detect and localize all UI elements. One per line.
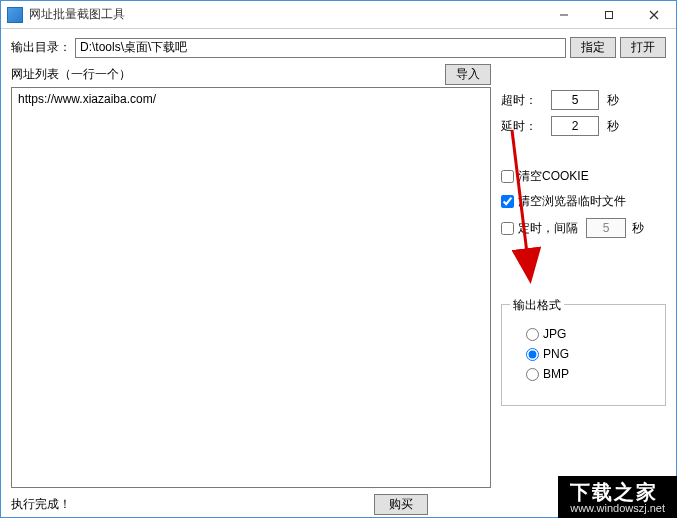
watermark-url: www.windowszj.net [570,502,665,514]
timeout-unit: 秒 [607,92,619,109]
timeout-input[interactable] [551,90,599,110]
minimize-icon [559,10,569,20]
timer-checkbox[interactable] [501,222,514,235]
delay-input[interactable] [551,116,599,136]
delay-row: 延时： 秒 [501,116,666,136]
delay-unit: 秒 [607,118,619,135]
clear-cookie-row: 清空COOKIE [501,168,666,185]
delay-label: 延时： [501,118,545,135]
format-bmp-label[interactable]: BMP [543,367,569,381]
maximize-icon [604,10,614,20]
app-icon [7,7,23,23]
main-row: 网址列表（一行一个） 导入 超时： 秒 延时： 秒 [11,64,666,488]
output-format-legend: 输出格式 [510,297,564,314]
format-png-label[interactable]: PNG [543,347,569,361]
status-text: 执行完成！ [11,496,550,513]
close-button[interactable] [631,1,676,28]
format-jpg-row: JPG [526,327,653,341]
minimize-button[interactable] [541,1,586,28]
format-bmp-radio[interactable] [526,368,539,381]
clear-cookie-checkbox[interactable] [501,170,514,183]
import-button[interactable]: 导入 [445,64,491,85]
main-window: 网址批量截图工具 输出目录： 指定 打开 网址列表（一行一个） 导入 [0,0,677,518]
url-list-textarea[interactable] [11,87,491,488]
watermark: 下载之家 www.windowszj.net [558,476,677,518]
timeout-row: 超时： 秒 [501,90,666,110]
open-dir-button[interactable]: 打开 [620,37,666,58]
output-dir-input[interactable] [75,38,566,58]
left-col: 网址列表（一行一个） 导入 [11,64,491,488]
clear-temp-label[interactable]: 清空浏览器临时文件 [518,193,626,210]
watermark-brand: 下载之家 [570,482,665,502]
right-col: 超时： 秒 延时： 秒 清空COOKIE 清空浏览器临时文件 [501,64,666,488]
format-jpg-radio[interactable] [526,328,539,341]
clear-cookie-label[interactable]: 清空COOKIE [518,168,589,185]
client-area: 输出目录： 指定 打开 网址列表（一行一个） 导入 超时： 秒 [1,29,676,517]
timer-label[interactable]: 定时，间隔 [518,220,578,237]
format-png-radio[interactable] [526,348,539,361]
close-icon [649,10,659,20]
output-dir-label: 输出目录： [11,39,71,56]
format-bmp-row: BMP [526,367,653,381]
format-jpg-label[interactable]: JPG [543,327,566,341]
timer-row: 定时，间隔 秒 [501,218,666,238]
clear-temp-row: 清空浏览器临时文件 [501,193,666,210]
window-title: 网址批量截图工具 [29,6,541,23]
format-png-row: PNG [526,347,653,361]
window-controls [541,1,676,28]
titlebar: 网址批量截图工具 [1,1,676,29]
svg-rect-1 [605,11,612,18]
timer-unit: 秒 [632,220,644,237]
maximize-button[interactable] [586,1,631,28]
timeout-label: 超时： [501,92,545,109]
output-format-fieldset: 输出格式 JPG PNG BMP [501,304,666,406]
output-dir-row: 输出目录： 指定 打开 [11,37,666,58]
buy-button[interactable]: 购买 [374,494,428,515]
url-list-label: 网址列表（一行一个） [11,66,441,83]
timer-value-input[interactable] [586,218,626,238]
url-list-header-row: 网址列表（一行一个） 导入 [11,64,491,85]
set-dir-button[interactable]: 指定 [570,37,616,58]
clear-temp-checkbox[interactable] [501,195,514,208]
